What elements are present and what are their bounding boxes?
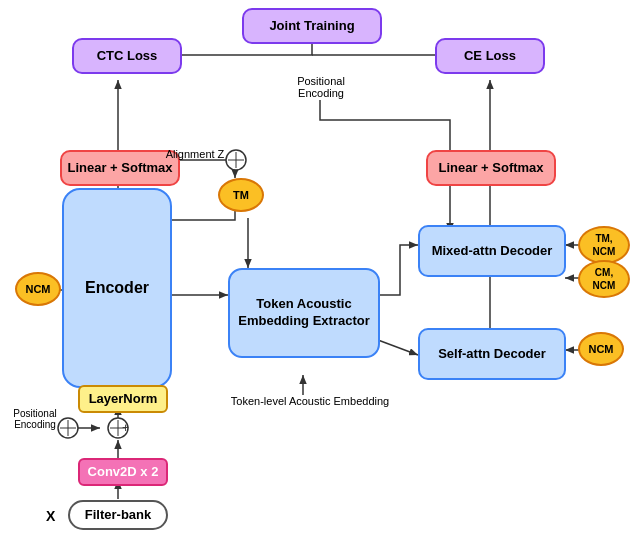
tm-oval: TM xyxy=(218,178,264,212)
encoder-box: Encoder xyxy=(62,188,172,388)
svg-text:+: + xyxy=(122,421,129,435)
svg-point-23 xyxy=(108,418,128,438)
ctc-loss-box: CTC Loss xyxy=(72,38,182,74)
positional-encoding-top-label: PositionalEncoding xyxy=(276,75,366,99)
layernorm-label: LayerNorm xyxy=(89,391,158,408)
ncm-right-oval: NCM xyxy=(578,332,624,366)
filter-bank-label: Filter-bank xyxy=(85,507,151,524)
self-attn-decoder-box: Self-attn Decoder xyxy=(418,328,566,380)
diagram: + Joint Training CTC Loss CE Loss Positi… xyxy=(0,0,640,560)
linear-softmax-right-label: Linear + Softmax xyxy=(438,160,543,177)
conv2d-box: Conv2D x 2 xyxy=(78,458,168,486)
ce-loss-label: CE Loss xyxy=(464,48,516,65)
ce-loss-box: CE Loss xyxy=(435,38,545,74)
cm-ncm-oval: CM, NCM xyxy=(578,260,630,298)
joint-training-box: Joint Training xyxy=(242,8,382,44)
filter-bank-box: Filter-bank xyxy=(68,500,168,530)
alignment-z-label: Alignment Z xyxy=(155,148,235,160)
ctc-loss-label: CTC Loss xyxy=(97,48,158,65)
tm-oval-label: TM xyxy=(233,188,249,202)
linear-softmax-right-box: Linear + Softmax xyxy=(426,150,556,186)
x-label: X xyxy=(46,508,55,524)
mixed-attn-decoder-label: Mixed-attn Decoder xyxy=(432,243,553,260)
linear-softmax-left-label: Linear + Softmax xyxy=(67,160,172,177)
ncm-left-label: NCM xyxy=(25,282,50,296)
token-acoustic-label: Token Acoustic Embedding Extractor xyxy=(238,296,369,330)
joint-training-label: Joint Training xyxy=(269,18,354,35)
svg-line-12 xyxy=(378,340,418,355)
self-attn-decoder-label: Self-attn Decoder xyxy=(438,346,546,363)
mixed-attn-decoder-box: Mixed-attn Decoder xyxy=(418,225,566,277)
tm-ncm-label: TM, NCM xyxy=(593,232,616,258)
token-level-label: Token-level Acoustic Embedding xyxy=(210,395,410,407)
encoder-label: Encoder xyxy=(85,278,149,299)
ncm-right-label: NCM xyxy=(588,342,613,356)
layernorm-box: LayerNorm xyxy=(78,385,168,413)
positional-encoding-bottom-label: PositionalEncoding xyxy=(5,408,65,430)
conv2d-label: Conv2D x 2 xyxy=(88,464,159,481)
tm-ncm-oval: TM, NCM xyxy=(578,226,630,264)
token-acoustic-box: Token Acoustic Embedding Extractor xyxy=(228,268,380,358)
cm-ncm-label: CM, NCM xyxy=(593,266,616,292)
ncm-left-oval: NCM xyxy=(15,272,61,306)
